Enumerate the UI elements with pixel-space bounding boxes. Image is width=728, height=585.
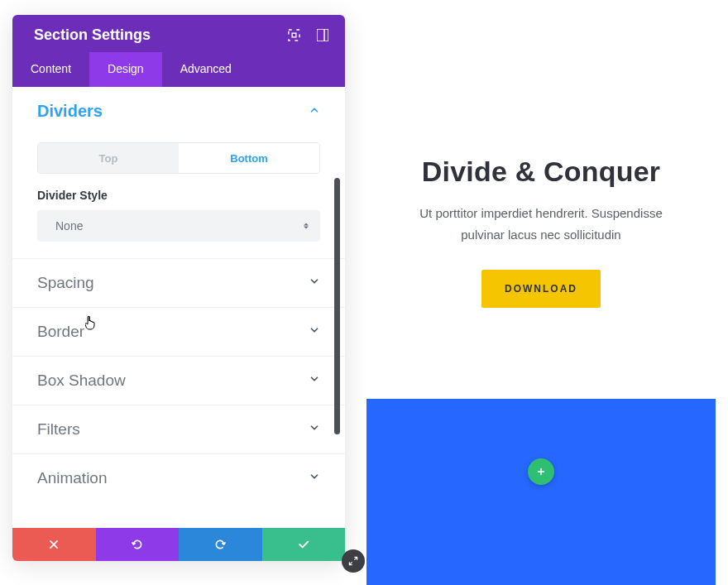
- resize-handle[interactable]: [342, 549, 365, 573]
- layout-icon[interactable]: [317, 29, 328, 41]
- hero-heading: Divide & Conquer: [383, 156, 699, 188]
- accordion-header-filters[interactable]: Filters: [12, 405, 345, 453]
- accordion-title-animation: Animation: [37, 469, 108, 487]
- hero-section: Divide & Conquer Ut porttitor imperdiet …: [366, 15, 716, 399]
- accordion-border: Border: [12, 307, 345, 356]
- accordion-header-spacing[interactable]: Spacing: [12, 259, 345, 307]
- accordion-title-box-shadow: Box Shadow: [37, 372, 126, 390]
- panel-body: Dividers Top Bottom Divider Style None: [12, 87, 345, 528]
- select-caret-icon: [304, 223, 309, 229]
- accordion-header-border[interactable]: Border: [12, 308, 345, 356]
- svg-rect-2: [317, 29, 328, 41]
- undo-button[interactable]: [96, 528, 180, 561]
- divider-style-select[interactable]: None: [37, 210, 320, 242]
- accordion-animation: Animation: [12, 453, 345, 502]
- divider-position-toggle: Top Bottom: [37, 142, 320, 174]
- chevron-down-icon: [309, 324, 320, 339]
- divider-bottom-button[interactable]: Bottom: [179, 143, 319, 173]
- panel-header: Section Settings Content Design Advanced: [12, 15, 345, 87]
- divider-style-value: None: [55, 219, 83, 233]
- divider-top-button[interactable]: Top: [38, 143, 179, 173]
- chevron-down-icon: [309, 471, 320, 486]
- preview-pane: Divide & Conquer Ut porttitor imperdiet …: [366, 15, 716, 585]
- accordion-header-dividers[interactable]: Dividers: [12, 87, 345, 136]
- download-button[interactable]: DOWNLOAD: [481, 270, 601, 308]
- accordion-header-animation[interactable]: Animation: [12, 454, 345, 502]
- tab-content[interactable]: Content: [12, 52, 89, 87]
- panel-footer: [12, 528, 345, 561]
- accordion-title-filters: Filters: [37, 420, 80, 439]
- chevron-up-icon: [309, 104, 320, 119]
- accordion-header-box-shadow[interactable]: Box Shadow: [12, 357, 345, 405]
- accordion-box-shadow: Box Shadow: [12, 356, 345, 405]
- section-blue[interactable]: [366, 399, 716, 585]
- divider-style-label: Divider Style: [37, 189, 320, 202]
- cancel-button[interactable]: [12, 528, 96, 561]
- accordion-dividers: Dividers Top Bottom Divider Style None: [12, 87, 345, 242]
- accordion-spacing: Spacing: [12, 258, 345, 307]
- tabs: Content Design Advanced: [12, 52, 345, 87]
- svg-rect-1: [292, 33, 296, 37]
- hero-paragraph: Ut porttitor imperdiet hendrerit. Suspen…: [400, 203, 682, 245]
- redo-button[interactable]: [179, 528, 262, 561]
- accordion-title-spacing: Spacing: [37, 274, 94, 292]
- focus-icon[interactable]: [288, 29, 300, 41]
- save-button[interactable]: [262, 528, 346, 561]
- accordion-title-dividers: Dividers: [37, 102, 103, 121]
- panel-title: Section Settings: [34, 26, 151, 44]
- chevron-down-icon: [309, 422, 320, 437]
- svg-rect-0: [289, 30, 299, 41]
- chevron-down-icon: [309, 373, 320, 388]
- accordion-title-border: Border: [37, 323, 84, 341]
- chevron-down-icon: [309, 276, 320, 290]
- scrollbar[interactable]: [334, 178, 340, 434]
- tab-advanced[interactable]: Advanced: [162, 52, 250, 87]
- tab-design[interactable]: Design: [89, 52, 162, 87]
- add-section-button[interactable]: [528, 458, 554, 485]
- accordion-filters: Filters: [12, 405, 345, 453]
- settings-panel: Section Settings Content Design Advanced: [12, 15, 345, 561]
